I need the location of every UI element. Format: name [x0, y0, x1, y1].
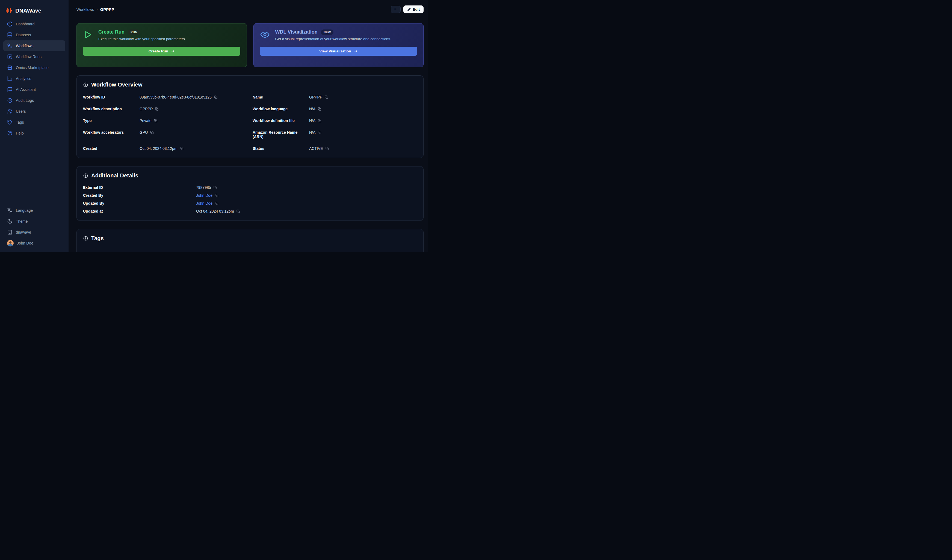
- copy-icon[interactable]: [215, 194, 218, 197]
- sidebar-item-datasets[interactable]: Datasets: [3, 29, 65, 40]
- copy-icon[interactable]: [154, 119, 158, 122]
- wdl-visualization-card: WDL Visualization NEW Get a visual repre…: [253, 23, 424, 67]
- users-icon: [7, 109, 12, 114]
- create-run-button-label: Create Run: [148, 49, 168, 53]
- field-value-text: Private: [139, 119, 151, 123]
- sidebar: DNAWave Dashboard Datasets Workflows Wor…: [0, 0, 68, 252]
- new-badge: NEW: [321, 29, 334, 35]
- field-value-text: GPPPP: [309, 95, 322, 99]
- sidebar-item-workflows[interactable]: Workflows: [3, 40, 65, 51]
- sidebar-item-audit-logs[interactable]: Audit Logs: [3, 95, 65, 106]
- create-run-title: Create Run: [98, 29, 125, 35]
- sidebar-item-workflow-runs[interactable]: Workflow Runs: [3, 51, 65, 62]
- field-label: Updated at: [83, 209, 196, 213]
- breadcrumb-current: GPPPP: [100, 7, 114, 12]
- sidebar-item-tags[interactable]: Tags: [3, 117, 65, 128]
- main-content: Workflows › GPPPP ⋯ Edit Create R: [68, 0, 428, 252]
- create-run-card: Create Run RUN Execute this workflow wit…: [76, 23, 247, 67]
- sidebar-item-label: Workflow Runs: [16, 55, 42, 59]
- chart-icon: [7, 76, 12, 81]
- section-title: Workflow Overview: [91, 82, 142, 88]
- copy-icon[interactable]: [155, 107, 159, 111]
- field-label: Updated By: [83, 201, 196, 205]
- field-value-text: 7987985: [196, 185, 211, 190]
- chat-icon: [7, 87, 12, 92]
- sidebar-item-help[interactable]: Help: [3, 128, 65, 139]
- language-label: Language: [16, 208, 33, 213]
- eye-icon: [260, 30, 270, 40]
- copy-icon[interactable]: [214, 96, 218, 99]
- sidebar-nav: Dashboard Datasets Workflows Workflow Ru…: [0, 19, 68, 139]
- app-window: DNAWave Dashboard Datasets Workflows Wor…: [0, 0, 428, 252]
- action-cards-row: Create Run RUN Execute this workflow wit…: [76, 23, 423, 67]
- copy-icon[interactable]: [326, 147, 329, 150]
- field-value-text: Oct 04, 2024 03:12pm: [139, 146, 178, 151]
- sidebar-item-label: Tags: [16, 120, 24, 125]
- field-label: Status: [253, 146, 309, 151]
- sidebar-item-label: Help: [16, 131, 24, 135]
- more-options-button[interactable]: ⋯: [391, 6, 400, 13]
- workflow-icon: [7, 43, 12, 49]
- theme-toggle[interactable]: Theme: [3, 216, 65, 227]
- sidebar-item-label: Dashboard: [16, 22, 35, 26]
- language-selector[interactable]: Language: [3, 205, 65, 216]
- field-label: Workflow definition file: [253, 119, 309, 123]
- sidebar-item-users[interactable]: Users: [3, 106, 65, 117]
- section-title: Tags: [91, 235, 104, 242]
- top-actions: ⋯ Edit: [391, 5, 424, 13]
- copy-icon[interactable]: [215, 202, 218, 205]
- building-icon: [7, 230, 12, 235]
- app-name: DNAWave: [15, 8, 41, 14]
- info-icon: [83, 173, 88, 178]
- play-icon: [83, 30, 93, 40]
- org-label: dnawave: [16, 230, 31, 234]
- view-visualization-button-label: View Visualization: [319, 49, 351, 53]
- edit-button[interactable]: Edit: [403, 5, 424, 13]
- moon-icon: [7, 219, 12, 224]
- sidebar-item-omics-marketplace[interactable]: Omics Marketplace: [3, 62, 65, 73]
- sidebar-footer: Language Theme dnawave John Doe: [0, 205, 68, 248]
- field-value-text: Oct 04, 2024 03:12pm: [196, 209, 234, 213]
- field-value-text: 09a8535b-07b0-4e0d-82e3-8df0191e5125: [139, 95, 212, 99]
- create-run-button[interactable]: Create Run: [83, 47, 240, 56]
- user-label: John Doe: [17, 241, 33, 245]
- field-label: Created By: [83, 193, 196, 197]
- copy-icon[interactable]: [180, 147, 184, 150]
- field-value: N/A: [309, 107, 417, 111]
- created-by-link[interactable]: John Doe: [196, 193, 212, 197]
- field-label: Amazon Resource Name (ARN): [253, 130, 309, 139]
- sidebar-item-ai-assistant[interactable]: AI Assistant: [3, 84, 65, 95]
- database-icon: [7, 32, 12, 38]
- help-circle-icon: [7, 130, 12, 136]
- field-label: Type: [83, 119, 139, 123]
- copy-icon[interactable]: [213, 186, 217, 190]
- copy-icon[interactable]: [150, 131, 154, 134]
- sidebar-item-label: Datasets: [16, 33, 31, 37]
- tags-card: Tags: [76, 229, 423, 252]
- view-visualization-button[interactable]: View Visualization: [260, 47, 417, 56]
- field-value-text: GPPPP: [139, 107, 153, 111]
- dashboard-icon: [7, 21, 12, 27]
- sidebar-item-dashboard[interactable]: Dashboard: [3, 19, 65, 29]
- copy-icon[interactable]: [325, 96, 328, 99]
- updated-by-link[interactable]: John Doe: [196, 201, 212, 205]
- org-menu[interactable]: dnawave: [3, 227, 65, 238]
- field-value: Private: [139, 119, 253, 123]
- copy-icon[interactable]: [318, 107, 321, 111]
- field-label: Workflow language: [253, 107, 309, 111]
- copy-icon[interactable]: [236, 210, 240, 213]
- wdl-text: WDL Visualization NEW Get a visual repre…: [275, 29, 391, 41]
- breadcrumb-workflows[interactable]: Workflows: [76, 8, 94, 12]
- user-menu[interactable]: John Doe: [3, 238, 65, 248]
- field-value-text: ACTIVE: [309, 146, 323, 151]
- field-value: John Doe: [196, 201, 417, 205]
- info-icon: [83, 82, 88, 87]
- field-value-text: N/A: [309, 130, 315, 134]
- history-clock-icon: [7, 98, 12, 103]
- copy-icon[interactable]: [318, 119, 321, 122]
- arrow-right-icon: [171, 49, 175, 53]
- breadcrumb: Workflows › GPPPP: [76, 7, 114, 12]
- sidebar-item-analytics[interactable]: Analytics: [3, 73, 65, 84]
- sidebar-item-label: Users: [16, 109, 26, 114]
- copy-icon[interactable]: [318, 131, 321, 134]
